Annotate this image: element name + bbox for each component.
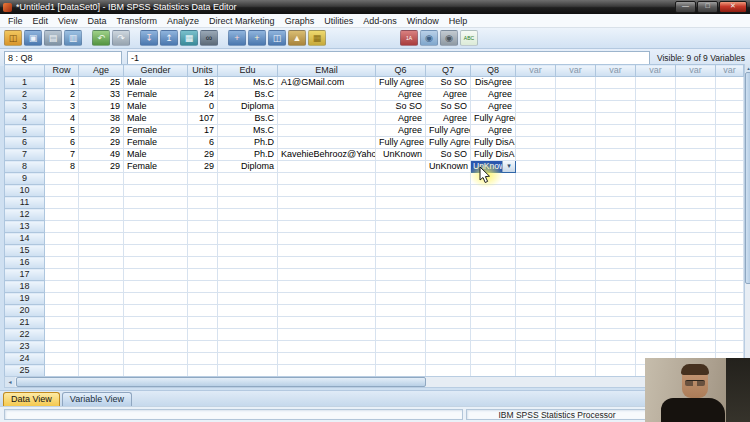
cell-v1-r11[interactable] [516,197,556,209]
cell-v2-r23[interactable] [556,341,596,353]
row-header-13[interactable]: 13 [5,221,45,233]
cell-gender-r21[interactable] [124,317,188,329]
cell-v6-r8[interactable] [716,161,744,173]
cell-email-r14[interactable] [278,233,376,245]
cell-units-r2[interactable]: 24 [188,89,218,101]
cell-gender-r13[interactable] [124,221,188,233]
cell-v6-r19[interactable] [716,293,744,305]
cell-gender-r10[interactable] [124,185,188,197]
cell-v1-r25[interactable] [516,365,556,377]
cell-v6-r15[interactable] [716,245,744,257]
cell-row-r10[interactable] [45,185,79,197]
cell-v2-r1[interactable] [556,77,596,89]
cell-v5-r5[interactable] [676,125,716,137]
cell-value-field[interactable]: -1 [127,51,650,65]
row-header-9[interactable]: 9 [5,173,45,185]
cell-v1-r13[interactable] [516,221,556,233]
cell-edu-r18[interactable] [218,281,278,293]
cell-v3-r2[interactable] [596,89,636,101]
cell-edu-r15[interactable] [218,245,278,257]
menu-data[interactable]: Data [82,16,111,26]
cell-age-r18[interactable] [79,281,124,293]
cell-email-r2[interactable] [278,89,376,101]
cell-row-r20[interactable] [45,305,79,317]
goto-case-icon[interactable]: ↧ [140,30,158,46]
cell-row-r17[interactable] [45,269,79,281]
cell-age-r15[interactable] [79,245,124,257]
cell-v4-r7[interactable] [636,149,676,161]
cell-v3-r4[interactable] [596,113,636,125]
row-header-14[interactable]: 14 [5,233,45,245]
cell-q6-r15[interactable] [376,245,426,257]
cell-q7-r12[interactable] [426,209,471,221]
row-header-19[interactable]: 19 [5,293,45,305]
cell-v1-r15[interactable] [516,245,556,257]
cell-v1-r7[interactable] [516,149,556,161]
horizontal-scroll-thumb[interactable] [16,377,426,387]
cell-v2-r13[interactable] [556,221,596,233]
row-header-3[interactable]: 3 [5,101,45,113]
cell-row-r4[interactable]: 4 [45,113,79,125]
cell-units-r19[interactable] [188,293,218,305]
cell-v6-r16[interactable] [716,257,744,269]
cell-q7-r14[interactable] [426,233,471,245]
cell-row-r9[interactable] [45,173,79,185]
cell-v1-r22[interactable] [516,329,556,341]
cell-q6-r23[interactable] [376,341,426,353]
cell-gender-r7[interactable]: Male [124,149,188,161]
cell-v2-r6[interactable] [556,137,596,149]
cell-v3-r1[interactable] [596,77,636,89]
maximize-button[interactable]: □ [697,1,718,13]
cell-edu-r22[interactable] [218,329,278,341]
cell-reference-box[interactable]: 8 : Q8 [4,51,122,65]
grid-corner-cell[interactable] [5,65,45,77]
cell-q8-r25[interactable] [471,365,516,377]
cell-v2-r2[interactable] [556,89,596,101]
cell-age-r16[interactable] [79,257,124,269]
row-header-23[interactable]: 23 [5,341,45,353]
cell-gender-r4[interactable]: Male [124,113,188,125]
cell-q7-r10[interactable] [426,185,471,197]
measurement-level-icon[interactable]: 1A [400,30,418,46]
cell-q8-r16[interactable] [471,257,516,269]
cell-age-r10[interactable] [79,185,124,197]
column-header-v2[interactable]: var [556,65,596,77]
cell-v2-r22[interactable] [556,329,596,341]
cell-row-r12[interactable] [45,209,79,221]
cell-q7-r18[interactable] [426,281,471,293]
cell-v5-r15[interactable] [676,245,716,257]
cell-v6-r14[interactable] [716,233,744,245]
cell-q6-r5[interactable]: Agree [376,125,426,137]
cell-units-r23[interactable] [188,341,218,353]
cell-edu-r2[interactable]: Bs.C [218,89,278,101]
cell-q7-r23[interactable] [426,341,471,353]
cell-edu-r8[interactable]: Diploma [218,161,278,173]
cell-v6-r2[interactable] [716,89,744,101]
cell-units-r3[interactable]: 0 [188,101,218,113]
vertical-scrollbar[interactable]: ▴ ▾ [744,64,750,376]
cell-email-r7[interactable]: KavehieBehrooz@Yahoo.com [278,149,376,161]
cell-v3-r11[interactable] [596,197,636,209]
cell-q7-r16[interactable] [426,257,471,269]
column-header-email[interactable]: EMail [278,65,376,77]
variables-icon[interactable]: ▦ [180,30,198,46]
cell-q6-r11[interactable] [376,197,426,209]
cell-q6-r3[interactable]: So SO [376,101,426,113]
cell-v4-r18[interactable] [636,281,676,293]
cell-age-r24[interactable] [79,353,124,365]
row-header-10[interactable]: 10 [5,185,45,197]
cell-gender-r24[interactable] [124,353,188,365]
cell-edu-r16[interactable] [218,257,278,269]
cell-edu-r3[interactable]: Diploma [218,101,278,113]
tab-variable-view[interactable]: Variable View [62,392,132,406]
cell-v3-r12[interactable] [596,209,636,221]
cell-v3-r19[interactable] [596,293,636,305]
cell-v3-r18[interactable] [596,281,636,293]
cell-v5-r4[interactable] [676,113,716,125]
cell-units-r5[interactable]: 17 [188,125,218,137]
column-header-age[interactable]: Age [79,65,124,77]
row-header-16[interactable]: 16 [5,257,45,269]
cell-v1-r9[interactable] [516,173,556,185]
cell-edu-r5[interactable]: Ms.C [218,125,278,137]
cell-gender-r22[interactable] [124,329,188,341]
